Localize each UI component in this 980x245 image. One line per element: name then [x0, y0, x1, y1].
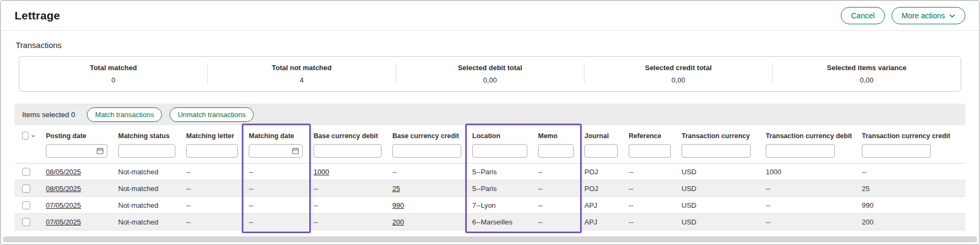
posting-date-link[interactable]: 08/05/2025 — [46, 185, 81, 193]
col-posting-date[interactable]: Posting date — [40, 125, 113, 141]
posting-date-filter — [46, 144, 107, 158]
col-memo[interactable]: Memo — [533, 125, 579, 141]
chevron-down-icon — [949, 14, 955, 18]
base-debit-link[interactable]: 1000 — [314, 168, 329, 176]
cell-transaction-currency-credit: 200 — [856, 214, 965, 230]
cell-reference: -- — [623, 214, 676, 230]
summary-value: 4 — [208, 76, 396, 84]
horizontal-scrollbar-thumb[interactable] — [3, 236, 977, 242]
select-all-checkbox[interactable] — [22, 132, 29, 140]
col-matching-letter[interactable]: Matching letter — [181, 125, 243, 141]
table-row: 08/05/2025 Not-matched -- -- 1000 -- 5--… — [15, 164, 965, 180]
filter-transaction-currency-debit-cell — [760, 141, 856, 164]
cell-base-currency-credit: 25 — [387, 180, 467, 197]
select-all-header — [15, 125, 40, 141]
cell-base-currency-credit: 990 — [387, 197, 467, 214]
row-select-cell — [15, 214, 40, 230]
posting-date-link[interactable]: 07/05/2025 — [46, 201, 81, 209]
matching-letter-filter-input[interactable] — [190, 145, 234, 157]
cell-matching-letter: -- — [181, 214, 243, 230]
cell-transaction-currency-credit: 25 — [856, 180, 965, 197]
cell-matching-status: Not-matched — [113, 214, 181, 230]
cell-base-currency-credit: -- — [387, 164, 467, 180]
summary-selected-debit-total: Selected debit total 0,00 — [396, 64, 584, 84]
row-checkbox[interactable] — [22, 201, 30, 209]
match-transactions-button[interactable]: Match transactions — [87, 107, 162, 122]
summary-total-not-matched: Total not matched 4 — [207, 64, 396, 84]
base-credit-link[interactable]: 990 — [392, 201, 404, 209]
summary-bar: Total matched 0 Total not matched 4 Sele… — [19, 56, 961, 92]
cell-reference: -- — [623, 164, 676, 180]
cell-transaction-currency-debit: -- — [760, 214, 856, 230]
summary-label: Selected debit total — [396, 64, 584, 72]
cell-journal: POJ — [579, 164, 623, 180]
col-transaction-currency[interactable]: Transaction currency — [676, 125, 760, 141]
col-base-currency-credit[interactable]: Base currency credit — [387, 125, 467, 141]
col-location[interactable]: Location — [467, 125, 533, 141]
horizontal-scrollbar — [3, 236, 977, 242]
table-filter-row — [15, 141, 965, 164]
header-actions: Cancel More actions — [841, 7, 965, 24]
journal-filter-input[interactable] — [588, 145, 614, 157]
more-actions-button[interactable]: More actions — [891, 7, 965, 24]
location-filter-input[interactable] — [476, 145, 523, 157]
filter-empty-cell — [15, 141, 40, 164]
filter-base-currency-debit-cell — [308, 141, 387, 164]
cell-matching-date: -- — [243, 197, 308, 214]
transaction-currency-debit-filter-input[interactable] — [770, 145, 831, 157]
transaction-currency-credit-filter-input[interactable] — [866, 145, 927, 157]
posting-date-link[interactable]: 08/05/2025 — [46, 168, 81, 176]
cell-journal: POJ — [579, 180, 623, 197]
filter-reference-cell — [623, 141, 676, 164]
base-currency-credit-filter-input[interactable] — [396, 145, 458, 157]
matching-date-filter-input[interactable] — [253, 145, 290, 157]
col-base-currency-debit[interactable]: Base currency debit — [308, 125, 387, 141]
row-checkbox[interactable] — [22, 185, 30, 193]
cell-memo: -- — [533, 214, 579, 230]
memo-filter-input[interactable] — [542, 145, 570, 157]
cell-matching-status: Not-matched — [113, 180, 181, 197]
table-toolbar: Items selected 0 Match transactions Unma… — [15, 104, 965, 125]
row-select-cell — [15, 197, 40, 214]
col-transaction-currency-credit[interactable]: Transaction currency credit — [856, 125, 965, 141]
matching-date-filter — [249, 144, 303, 158]
unmatch-transactions-button[interactable]: Unmatch transactions — [169, 107, 254, 122]
col-journal[interactable]: Journal — [579, 125, 623, 141]
cell-transaction-currency: USD — [676, 180, 760, 197]
summary-selected-items-variance: Selected items variance 0,00 — [772, 64, 961, 84]
summary-value: 0,00 — [584, 76, 772, 84]
select-menu-chevron-icon[interactable] — [31, 134, 35, 138]
col-matching-status[interactable]: Matching status — [113, 125, 181, 141]
base-currency-debit-filter-input[interactable] — [317, 145, 378, 157]
cell-matching-date: -- — [243, 180, 308, 197]
filter-memo-cell — [533, 141, 579, 164]
cell-base-currency-debit: 1000 — [308, 164, 387, 180]
col-transaction-currency-debit[interactable]: Transaction currency debit — [760, 125, 856, 141]
reference-filter-input[interactable] — [632, 145, 667, 157]
table-header-row: Posting date Matching status Matching le… — [15, 125, 965, 141]
row-select-cell — [15, 164, 40, 180]
cell-location: 5--Paris — [467, 180, 533, 197]
filter-journal-cell — [579, 141, 623, 164]
posting-date-link[interactable]: 07/05/2025 — [46, 218, 81, 226]
matching-status-filter-input[interactable] — [122, 145, 172, 157]
col-matching-date[interactable]: Matching date — [243, 125, 308, 141]
cancel-button-label: Cancel — [851, 11, 875, 20]
cell-matching-status: Not-matched — [113, 164, 181, 180]
row-checkbox[interactable] — [22, 168, 30, 176]
col-reference[interactable]: Reference — [623, 125, 676, 141]
base-credit-link[interactable]: 25 — [392, 185, 400, 193]
base-credit-link[interactable]: 200 — [392, 218, 404, 226]
summary-label: Total matched — [19, 64, 207, 72]
transaction-currency-filter-input[interactable] — [685, 145, 747, 157]
posting-date-filter-input[interactable] — [50, 145, 94, 157]
cell-transaction-currency: USD — [676, 197, 760, 214]
cell-transaction-currency: USD — [676, 164, 760, 180]
row-checkbox[interactable] — [22, 218, 30, 226]
cell-memo: -- — [533, 164, 579, 180]
calendar-icon[interactable] — [97, 147, 104, 154]
calendar-icon[interactable] — [292, 147, 299, 154]
cell-matching-date: -- — [243, 214, 308, 230]
table-row: 08/05/2025 Not-matched -- -- -- 25 5--Pa… — [15, 180, 965, 197]
cancel-button[interactable]: Cancel — [841, 7, 885, 24]
